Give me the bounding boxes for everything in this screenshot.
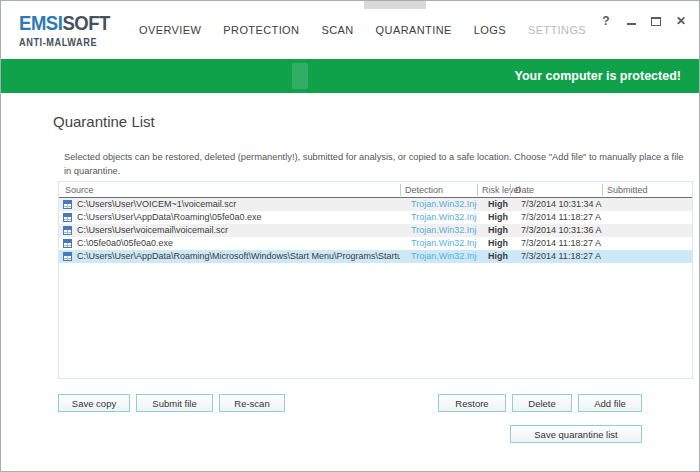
row-source-text: C:\Users\User\voicemail\voicemail.scr: [77, 224, 228, 237]
nav-item-logs[interactable]: LOGS: [474, 24, 506, 36]
column-header-source[interactable]: Source: [59, 184, 400, 196]
table-row-selected[interactable]: C:\Users\User\AppData\Roaming\Microsoft\…: [59, 250, 692, 263]
row-source-text: C:\05fe0a0\05fe0a0.exe: [77, 237, 173, 250]
row-source-cell: C:\05fe0a0\05fe0a0.exe: [59, 237, 400, 250]
titlebar: EMSISOFT ANTI-MALWARE OVERVIEW PROTECTIO…: [1, 1, 700, 59]
row-risk-level: High: [477, 211, 510, 224]
file-grid-icon: [63, 200, 72, 209]
row-detection: Trojan.Win32.Injector: [400, 224, 477, 237]
help-icon[interactable]: ?: [599, 14, 613, 28]
row-date: 7/3/2014 10:31:36 A: [510, 224, 602, 237]
add-file-button[interactable]: Add file: [578, 394, 642, 412]
row-submitted: [602, 211, 692, 224]
quarantine-table: Source Detection Risk level Date Submitt…: [58, 181, 693, 379]
row-risk-level: High: [477, 237, 510, 250]
nav-item-overview[interactable]: OVERVIEW: [139, 24, 201, 36]
main-nav: OVERVIEW PROTECTION SCAN QUARANTINE LOGS…: [139, 1, 586, 59]
row-detection: Trojan.Win32.Injector: [400, 211, 477, 224]
brand-name: EMSISOFT: [19, 12, 110, 33]
column-header-detection[interactable]: Detection: [400, 184, 477, 196]
nav-item-settings[interactable]: SETTINGS: [528, 24, 586, 36]
row-source-text: C:\Users\User\AppData\Roaming\05fe0a0.ex…: [77, 211, 262, 224]
shield-watermark-icon: [292, 63, 308, 89]
row-submitted: [602, 250, 692, 263]
restore-button[interactable]: Restore: [438, 394, 506, 412]
file-grid-icon: [63, 213, 72, 222]
row-source-text: C:\Users\User\VOICEM~1\voicemail.scr: [77, 198, 236, 211]
rescan-button[interactable]: Re-scan: [219, 394, 285, 412]
app-window: EMSISOFT ANTI-MALWARE OVERVIEW PROTECTIO…: [0, 0, 700, 472]
file-grid-icon: [63, 226, 72, 235]
brand-name-dark: SOFT: [62, 11, 110, 34]
file-grid-icon: [63, 239, 72, 248]
row-detection: Trojan.Win32.Injector: [400, 237, 477, 250]
table-row[interactable]: C:\Users\User\VOICEM~1\voicemail.scr Tro…: [59, 198, 692, 211]
row-source-cell: C:\Users\User\AppData\Roaming\Microsoft\…: [59, 250, 400, 263]
row-date: 7/3/2014 10:31:34 A: [510, 198, 602, 211]
nav-item-protection[interactable]: PROTECTION: [223, 24, 299, 36]
row-source-text: C:\Users\User\AppData\Roaming\Microsoft\…: [77, 250, 400, 263]
app-logo: EMSISOFT ANTI-MALWARE: [19, 12, 122, 49]
row-source-cell: C:\Users\User\VOICEM~1\voicemail.scr: [59, 198, 400, 211]
column-header-risk[interactable]: Risk level: [477, 184, 510, 196]
table-row[interactable]: C:\05fe0a0\05fe0a0.exe Trojan.Win32.Inje…: [59, 237, 692, 250]
row-detection: Trojan.Win32.Injector: [400, 250, 477, 263]
row-source-cell: C:\Users\User\voicemail\voicemail.scr: [59, 224, 400, 237]
maximize-icon[interactable]: [649, 14, 663, 28]
page-description: Selected objects can be restored, delete…: [64, 150, 692, 179]
row-source-cell: C:\Users\User\AppData\Roaming\05fe0a0.ex…: [59, 211, 400, 224]
status-banner: Your computer is protected!: [1, 59, 700, 93]
window-controls: ? ✕: [599, 1, 700, 41]
table-header: Source Detection Risk level Date Submitt…: [59, 182, 692, 198]
row-date: 7/3/2014 11:18:27 A: [510, 211, 602, 224]
delete-button[interactable]: Delete: [512, 394, 572, 412]
nav-item-scan[interactable]: SCAN: [321, 24, 353, 36]
brand-name-blue: EMSI: [19, 11, 62, 34]
table-row[interactable]: C:\Users\User\voicemail\voicemail.scr Tr…: [59, 224, 692, 237]
column-header-date[interactable]: Date: [510, 184, 602, 196]
minimize-icon[interactable]: [624, 14, 638, 28]
row-date: 7/3/2014 11:18:27 A: [510, 250, 602, 263]
nav-item-quarantine[interactable]: QUARANTINE: [376, 24, 452, 36]
row-submitted: [602, 198, 692, 211]
row-submitted: [602, 224, 692, 237]
row-submitted: [602, 237, 692, 250]
maximize-glyph: [651, 17, 661, 26]
file-grid-icon: [63, 252, 72, 261]
row-date: 7/3/2014 11:18:27 A: [510, 237, 602, 250]
row-risk-level: High: [477, 224, 510, 237]
table-row[interactable]: C:\Users\User\AppData\Roaming\05fe0a0.ex…: [59, 211, 692, 224]
save-quarantine-list-button[interactable]: Save quarantine list: [510, 425, 642, 443]
row-risk-level: High: [477, 198, 510, 211]
row-detection: Trojan.Win32.Injector: [400, 198, 477, 211]
minimize-glyph: [627, 23, 636, 25]
row-risk-level: High: [477, 250, 510, 263]
save-copy-button[interactable]: Save copy: [58, 394, 130, 412]
page-title: Quarantine List: [53, 113, 155, 130]
close-icon[interactable]: ✕: [674, 14, 688, 28]
brand-subtitle: ANTI-MALWARE: [19, 38, 97, 48]
status-text: Your computer is protected!: [515, 59, 681, 93]
column-header-submitted[interactable]: Submitted: [602, 184, 692, 196]
submit-file-button[interactable]: Submit file: [136, 394, 213, 412]
